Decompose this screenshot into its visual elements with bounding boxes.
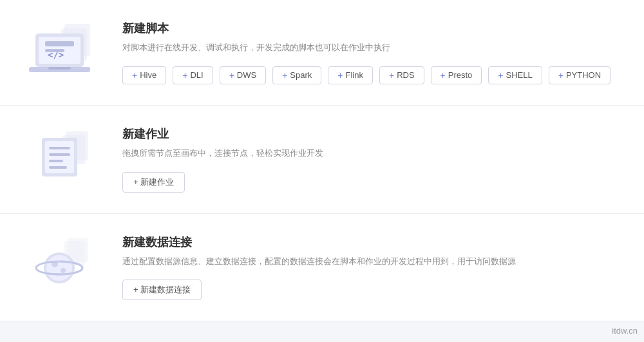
script-desc: 对脚本进行在线开发、调试和执行，开发完成的脚本也可以在作业中执行	[122, 41, 618, 55]
new-job-button[interactable]: + 新建作业	[122, 172, 185, 193]
tag-dws[interactable]: + DWS	[220, 66, 267, 84]
datasource-content: 新建数据连接 通过配置数据源信息、建立数据连接，配置的数据连接会在脚本和作业的开…	[122, 234, 618, 301]
job-content: 新建作业 拖拽所需节点至画布中，连接节点，轻松实现作业开发 + 新建作业	[122, 126, 618, 193]
script-tag-list: + Hive + DLI + DWS + Spark + Flink + RDS…	[122, 66, 618, 84]
svg-rect-13	[49, 147, 70, 149]
svg-rect-15	[49, 160, 63, 162]
svg-rect-8	[48, 67, 71, 70]
script-icon: </>	[19, 21, 103, 79]
job-title: 新建作业	[122, 126, 618, 142]
tag-flink[interactable]: + Flink	[328, 66, 373, 84]
job-icon	[19, 126, 103, 184]
script-title: 新建脚本	[122, 21, 618, 36]
svg-rect-4	[45, 41, 74, 46]
datasource-title: 新建数据连接	[122, 234, 618, 250]
job-section: 新建作业 拖拽所需节点至画布中，连接节点，轻松实现作业开发 + 新建作业	[0, 106, 644, 214]
datasource-section: 新建数据连接 通过配置数据源信息、建立数据连接，配置的数据连接会在脚本和作业的开…	[0, 214, 644, 322]
tag-python[interactable]: + PYTHON	[549, 66, 611, 84]
datasource-icon	[19, 234, 103, 292]
tag-hive[interactable]: + Hive	[122, 66, 166, 84]
tag-dli[interactable]: + DLI	[173, 66, 213, 84]
tag-rds[interactable]: + RDS	[379, 66, 424, 84]
script-section: </> 新建脚本 对脚本进行在线开发、调试和执行，开发完成的脚本也可以在作业中执…	[0, 0, 644, 106]
svg-text:</>: </>	[48, 50, 64, 60]
main-container: </> 新建脚本 对脚本进行在线开发、调试和执行，开发完成的脚本也可以在作业中执…	[0, 0, 644, 321]
script-content: 新建脚本 对脚本进行在线开发、调试和执行，开发完成的脚本也可以在作业中执行 + …	[122, 21, 618, 84]
watermark: itdw.cn	[612, 326, 638, 336]
job-desc: 拖拽所需节点至画布中，连接节点，轻松实现作业开发	[122, 147, 618, 160]
svg-point-22	[61, 268, 66, 273]
tag-presto[interactable]: + Presto	[431, 66, 482, 84]
svg-rect-16	[49, 166, 67, 169]
new-datasource-button[interactable]: + 新建数据连接	[122, 280, 202, 300]
tag-shell[interactable]: + SHELL	[488, 66, 542, 84]
datasource-desc: 通过配置数据源信息、建立数据连接，配置的数据连接会在脚本和作业的开发过程中用到，…	[122, 255, 618, 269]
tag-spark[interactable]: + Spark	[272, 66, 321, 84]
svg-point-20	[46, 255, 72, 281]
svg-rect-14	[49, 153, 70, 156]
